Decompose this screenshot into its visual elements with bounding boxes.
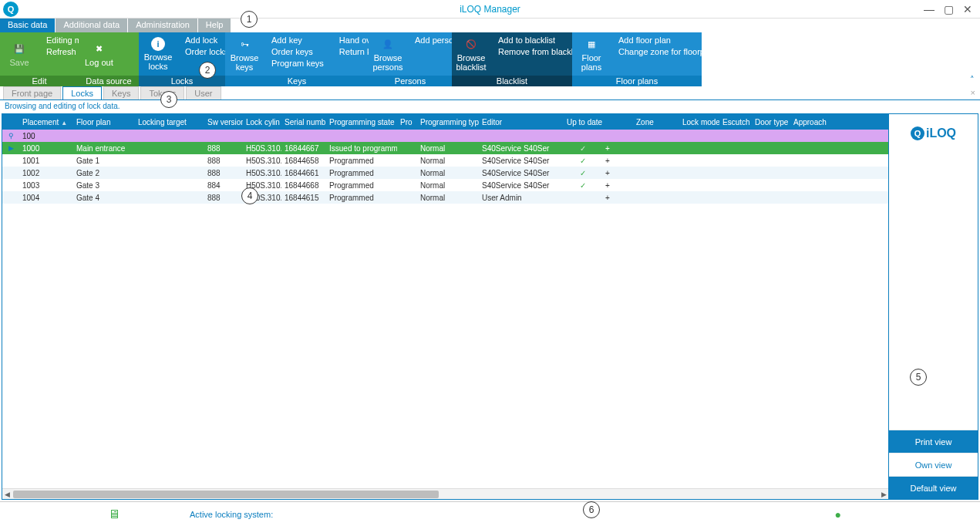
col-placement[interactable]: Placement▲	[19, 118, 73, 126]
cell-serial: 16844658	[281, 157, 326, 165]
cell-serial: 16844667	[281, 144, 326, 153]
close-icon[interactable]: ✕	[963, 3, 972, 15]
browse-locks-label: Browse locks	[144, 52, 173, 71]
add-blacklist-link[interactable]: Add to blacklist	[498, 35, 581, 45]
cell-progstate: Programmed	[326, 169, 397, 177]
cell-floorplan: Gate 2	[73, 169, 135, 177]
menu-tab-basic-data[interactable]: Basic data	[0, 19, 55, 32]
ribbon: 💾 Save Editing mode Refresh Edit ✖ Log o…	[0, 32, 980, 86]
col-programming-state[interactable]: Programming state	[326, 118, 397, 126]
subtab-user[interactable]: User	[186, 86, 221, 99]
browse-keys-button[interactable]: 🗝 Browse keys	[225, 32, 264, 76]
brand-logo: QiLOQ	[911, 126, 956, 140]
col-pro[interactable]: Pro	[397, 118, 417, 126]
browse-persons-label: Browse persons	[372, 53, 402, 72]
col-lock-cylinder[interactable]: Lock cylin	[243, 118, 281, 126]
ribbon-group-locks: Locks	[139, 76, 225, 86]
cell-floorplan: Gate 3	[73, 181, 135, 190]
filter-icon[interactable]: ⚲	[2, 132, 19, 140]
col-programming-type[interactable]: Programming type	[417, 118, 479, 126]
subtab-tokens[interactable]: Tokens	[140, 86, 184, 99]
table-row[interactable]: 1004Gate 4888H50S.310.16844615Programmed…	[2, 191, 888, 204]
col-approach[interactable]: Approach	[790, 118, 829, 126]
ribbon-group-floorplans: Floor plans	[572, 76, 702, 86]
horizontal-scrollbar[interactable]: ◀ ▶	[2, 488, 888, 499]
scroll-thumb[interactable]	[13, 491, 439, 498]
table-row[interactable]: ▶1000Main entrance888H50S.310.16844667Is…	[2, 142, 888, 154]
scroll-left-icon[interactable]: ◀	[2, 491, 12, 498]
browse-locks-button[interactable]: i Browse locks	[139, 32, 177, 76]
own-view-button[interactable]: Own view	[889, 453, 978, 476]
cell-sw: 888	[204, 169, 243, 177]
cell-progstate: Programmed	[326, 157, 397, 165]
table-row[interactable]: 1002Gate 2888H50S.310.16844661Programmed…	[2, 167, 888, 179]
col-sw-version[interactable]: Sw version	[204, 118, 243, 126]
add-floorplan-link[interactable]: Add floor plan	[618, 35, 716, 45]
order-keys-link[interactable]: Order keys	[271, 47, 324, 56]
connection-status-icon: ●	[835, 508, 841, 521]
side-panel: QiLOQ Print view Own view Default view	[888, 114, 978, 499]
menu-tab-help[interactable]: Help	[198, 19, 231, 32]
subtab-locks[interactable]: Locks	[62, 86, 102, 99]
col-escutch[interactable]: Escutch	[719, 118, 752, 126]
maximize-icon[interactable]: ▢	[944, 3, 954, 15]
subtab-close-icon[interactable]: ×	[971, 88, 975, 97]
add-key-link[interactable]: Add key	[271, 35, 324, 45]
program-keys-link[interactable]: Program keys	[271, 59, 324, 68]
subtab-frontpage[interactable]: Front page	[3, 86, 61, 99]
cell-placement: 1003	[19, 181, 73, 190]
brand-text: iLOQ	[926, 126, 956, 140]
browse-persons-button[interactable]: 👤 Browse persons	[369, 32, 407, 76]
col-lock-mode[interactable]: Lock mode	[679, 118, 719, 126]
ribbon-group-datasource: Data source	[79, 76, 139, 86]
menu-tab-additional-data[interactable]: Additional data	[56, 19, 127, 32]
cell-uptodate: ✓	[564, 157, 602, 165]
table-row[interactable]: 1003Gate 3884H50S.310.16844668Programmed…	[2, 179, 888, 191]
col-floorplan[interactable]: Floor plan	[73, 118, 135, 126]
cell-placement: 1002	[19, 169, 73, 177]
order-locks-link[interactable]: Order locks	[185, 47, 228, 56]
cell-progtype: Normal	[417, 181, 479, 190]
cell-serial: 16844668	[281, 181, 326, 190]
browse-blacklist-label: Browse blacklist	[456, 53, 486, 72]
group-row[interactable]: ⚲ 100	[2, 130, 888, 142]
remove-blacklist-link[interactable]: Remove from blacklist	[498, 47, 581, 56]
col-door-type[interactable]: Door type	[752, 118, 790, 126]
grid-header: Placement▲ Floor plan Locking target Sw …	[2, 114, 888, 130]
cell-progstate: Programmed	[326, 181, 397, 190]
subtab-keys[interactable]: Keys	[103, 86, 139, 99]
save-button[interactable]: 💾 Save	[0, 32, 39, 76]
menu-tab-administration[interactable]: Administration	[128, 19, 197, 32]
print-view-button[interactable]: Print view	[889, 430, 978, 453]
cell-blacklist-plus: +	[602, 194, 633, 202]
logout-button[interactable]: ✖ Log out	[79, 32, 120, 76]
minimize-icon[interactable]: —	[924, 3, 935, 15]
default-view-button[interactable]: Default view	[889, 476, 978, 499]
logout-label: Log out	[85, 58, 113, 67]
person-icon: 👤	[380, 36, 396, 52]
key-icon: 🗝	[237, 36, 252, 52]
group-placement: 100	[19, 132, 73, 140]
floorplans-button[interactable]: ▦ Floor plans	[572, 32, 611, 76]
logo-icon: Q	[911, 126, 924, 140]
cell-placement: 1004	[19, 194, 73, 202]
col-serial-number[interactable]: Serial numb	[281, 118, 326, 126]
col-zone[interactable]: Zone	[633, 118, 679, 126]
cell-cyl: H50S.310.	[243, 144, 281, 153]
col-editor[interactable]: Editor	[479, 118, 564, 126]
col-uptodate-blacklist[interactable]: Up to date blacklist	[564, 118, 602, 126]
add-lock-link[interactable]: Add lock	[185, 35, 228, 45]
table-row[interactable]: 1001Gate 1888H50S.310.16844658Programmed…	[2, 154, 888, 167]
cell-uptodate: ✓	[564, 144, 602, 153]
browse-blacklist-button[interactable]: 🚫 Browse blacklist	[452, 32, 490, 76]
scroll-right-icon[interactable]: ▶	[879, 491, 888, 498]
cell-editor: S40Service S40Ser	[479, 144, 564, 153]
ribbon-collapse-icon[interactable]: ˄	[965, 32, 980, 86]
cell-editor: S40Service S40Ser	[479, 169, 564, 177]
cell-sw: 888	[204, 144, 243, 153]
col-locking-target[interactable]: Locking target	[135, 118, 204, 126]
change-zone-link[interactable]: Change zone for floorplan	[618, 47, 716, 56]
ribbon-group-blacklist: Blacklist	[452, 76, 572, 86]
cell-uptodate: ✓	[564, 181, 602, 190]
cell-cyl: H50S.310.	[243, 194, 281, 202]
